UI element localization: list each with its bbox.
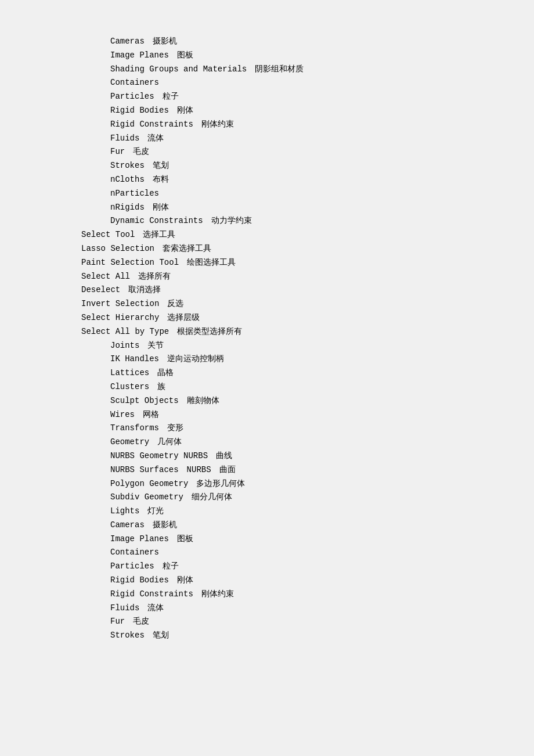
menu-item-43[interactable]: Strokes 笔划 bbox=[81, 629, 534, 643]
menu-item-25[interactable]: Clusters 族 bbox=[81, 380, 534, 394]
menu-item-0[interactable]: Cameras 摄影机 bbox=[81, 35, 534, 49]
menu-item-1[interactable]: Image Planes 图板 bbox=[81, 49, 534, 63]
menu-item-20[interactable]: Select Hierarchy 选择层级 bbox=[81, 311, 534, 325]
menu-item-2[interactable]: Shading Groups and Materials 阴影组和材质 bbox=[81, 63, 534, 77]
menu-item-17[interactable]: Select All 选择所有 bbox=[81, 270, 534, 284]
menu-item-42[interactable]: Fur 毛皮 bbox=[81, 615, 534, 629]
menu-item-33[interactable]: Subdiv Geometry 细分几何体 bbox=[81, 491, 534, 505]
menu-item-11[interactable]: nParticles bbox=[81, 187, 534, 201]
menu-item-37[interactable]: Containers bbox=[81, 546, 534, 560]
menu-item-28[interactable]: Transforms 变形 bbox=[81, 422, 534, 435]
menu-item-14[interactable]: Select Tool 选择工具 bbox=[81, 228, 534, 242]
menu-item-36[interactable]: Image Planes 图板 bbox=[81, 532, 534, 546]
menu-item-16[interactable]: Paint Selection Tool 绘图选择工具 bbox=[81, 256, 534, 270]
menu-item-31[interactable]: NURBS Surfaces NURBS 曲面 bbox=[81, 463, 534, 477]
menu-item-7[interactable]: Fluids 流体 bbox=[81, 132, 534, 146]
menu-item-22[interactable]: Joints 关节 bbox=[81, 339, 534, 353]
menu-item-5[interactable]: Rigid Bodies 刚体 bbox=[81, 104, 534, 118]
menu-item-12[interactable]: nRigids 刚体 bbox=[81, 201, 534, 215]
menu-item-3[interactable]: Containers bbox=[81, 76, 534, 90]
menu-item-24[interactable]: Lattices 晶格 bbox=[81, 366, 534, 380]
menu-item-21[interactable]: Select All by Type 根据类型选择所有 bbox=[81, 325, 534, 339]
menu-item-30[interactable]: NURBS Geometry NURBS 曲线 bbox=[81, 449, 534, 463]
menu-item-23[interactable]: IK Handles 逆向运动控制柄 bbox=[81, 352, 534, 366]
menu-item-29[interactable]: Geometry 几何体 bbox=[81, 435, 534, 449]
menu-item-8[interactable]: Fur 毛皮 bbox=[81, 145, 534, 159]
menu-item-38[interactable]: Particles 粒子 bbox=[81, 560, 534, 574]
menu-item-35[interactable]: Cameras 摄影机 bbox=[81, 519, 534, 532]
menu-item-18[interactable]: Deselect 取消选择 bbox=[81, 283, 534, 297]
menu-item-39[interactable]: Rigid Bodies 刚体 bbox=[81, 574, 534, 588]
menu-item-26[interactable]: Sculpt Objects 雕刻物体 bbox=[81, 394, 534, 408]
menu-item-13[interactable]: Dynamic Constraints 动力学约束 bbox=[81, 214, 534, 228]
menu-item-10[interactable]: nCloths 布料 bbox=[81, 173, 534, 187]
menu-container: Cameras 摄影机Image Planes 图板Shading Groups… bbox=[0, 35, 534, 643]
menu-item-34[interactable]: Lights 灯光 bbox=[81, 505, 534, 519]
menu-item-19[interactable]: Invert Selection 反选 bbox=[81, 297, 534, 311]
menu-item-4[interactable]: Particles 粒子 bbox=[81, 90, 534, 104]
menu-item-32[interactable]: Polygon Geometry 多边形几何体 bbox=[81, 477, 534, 491]
menu-item-40[interactable]: Rigid Constraints 刚体约束 bbox=[81, 588, 534, 602]
menu-item-27[interactable]: Wires 网格 bbox=[81, 408, 534, 422]
menu-item-15[interactable]: Lasso Selection 套索选择工具 bbox=[81, 242, 534, 256]
menu-item-6[interactable]: Rigid Constraints 刚体约束 bbox=[81, 118, 534, 132]
menu-item-41[interactable]: Fluids 流体 bbox=[81, 602, 534, 615]
menu-item-9[interactable]: Strokes 笔划 bbox=[81, 159, 534, 173]
